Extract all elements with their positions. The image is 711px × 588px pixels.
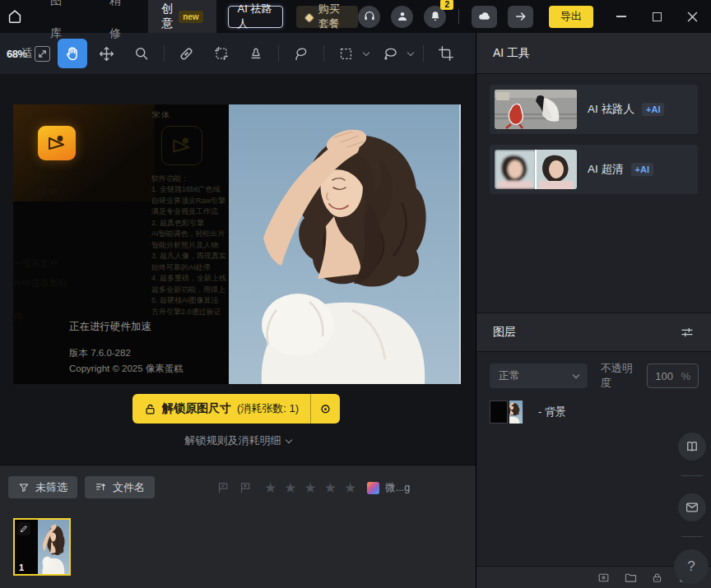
ghost-fragment: 50 px <box>38 187 58 196</box>
tab-gallery[interactable]: 图库 <box>30 0 89 49</box>
ai-badge: +AI <box>631 163 653 176</box>
thumbnail-index: 1 <box>19 563 24 572</box>
ai-upscale-card[interactable]: AI 超清 +AI <box>490 145 698 194</box>
layer-row-background[interactable]: - 背景 <box>490 400 566 424</box>
ai-remove-passersby-button[interactable]: AI 祛路人 <box>228 6 283 28</box>
bell-icon <box>429 10 442 23</box>
current-filename: 微...g <box>385 481 410 495</box>
heal-tool-button[interactable] <box>172 39 202 68</box>
toolbar-separator <box>164 45 165 62</box>
minimize-button[interactable] <box>609 0 634 33</box>
sliders-icon[interactable] <box>680 325 695 340</box>
bandaid-icon <box>178 45 195 63</box>
funnel-icon <box>18 482 30 493</box>
folder-icon[interactable] <box>624 571 638 585</box>
layer-thumb-black <box>490 400 508 424</box>
maximize-icon <box>653 12 662 21</box>
maximize-button[interactable] <box>644 0 669 33</box>
titlebar: 图库 精修 创意 new AI 祛路人 ◆ 购买套餐 2 导出 <box>0 0 711 33</box>
diamond-icon: ◆ <box>305 11 314 23</box>
minimize-icon <box>616 16 626 17</box>
unlock-settings-button[interactable] <box>310 394 340 424</box>
notifications-button[interactable]: 2 <box>424 6 446 28</box>
ghost-line: 5. 超硬核AI图像算法 <box>151 295 229 307</box>
ai-tools-title: AI 工具 <box>493 46 530 61</box>
flag-check-icon[interactable] <box>216 481 230 495</box>
clone-stamp-button[interactable] <box>241 39 271 68</box>
export-button[interactable]: 导出 <box>549 6 593 28</box>
layer-name: - 背景 <box>538 405 566 419</box>
canvas-splash-region: 宋体 软件功能： 1. 全链路16bit广色域 自研业界顶尖Raw引擎 满足专业… <box>13 104 229 384</box>
chevron-down-icon <box>285 437 291 443</box>
toolbar-separator <box>278 45 279 62</box>
filmstrip-thumbnail[interactable]: 1 <box>13 518 71 576</box>
quick-select-tool-button[interactable] <box>286 39 316 68</box>
buy-package-button[interactable]: ◆ 购买套餐 <box>296 6 358 28</box>
ghost-fragment: 果 调整 图 <box>15 159 56 171</box>
flag-x-icon[interactable] <box>239 481 253 495</box>
pencil-icon <box>20 525 28 533</box>
crop-tool-button[interactable] <box>431 39 461 68</box>
gear-icon <box>318 402 332 416</box>
feedback-button[interactable] <box>678 493 706 521</box>
manual-button[interactable] <box>678 433 706 461</box>
help-button[interactable]: ? <box>674 549 709 584</box>
photo-woman <box>229 104 461 384</box>
ghost-line: 智能分析照片及人物 <box>151 240 229 252</box>
canvas-area[interactable]: 宋体 软件功能： 1. 全链路16bit广色域 自研业界顶尖Raw引擎 满足专业… <box>0 74 476 465</box>
cloud-button[interactable] <box>472 6 497 28</box>
question-mark-icon: ? <box>687 558 695 575</box>
close-button[interactable] <box>680 0 704 33</box>
ai-tools-header: AI 工具 <box>476 33 711 74</box>
canvas-image[interactable]: 宋体 软件功能： 1. 全链路16bit广色域 自研业界顶尖Raw引擎 满足专业… <box>13 104 461 384</box>
marquee-icon <box>338 46 354 62</box>
star-icon[interactable]: ★ <box>304 479 317 497</box>
star-icon[interactable]: ★ <box>284 479 296 497</box>
chevron-down-icon <box>573 371 579 377</box>
blend-mode-value: 正常 <box>499 368 520 383</box>
blend-mode-select[interactable]: 正常 <box>490 363 588 388</box>
cloud-icon <box>477 9 492 24</box>
lasso-tool-button[interactable] <box>376 39 406 68</box>
account-button[interactable] <box>391 6 413 28</box>
opacity-label: 不透明度 <box>601 361 640 391</box>
tab-retouch[interactable]: 精修 <box>89 0 148 49</box>
canvas-expand-tool-button[interactable] <box>207 39 236 68</box>
open-in-button[interactable] <box>508 6 533 28</box>
blend-controls: 正常 不透明度 100 % <box>490 363 699 388</box>
star-icon[interactable]: ★ <box>324 479 337 497</box>
star-icon[interactable]: ★ <box>264 479 276 497</box>
ghost-line: 方舟引擎2.0通过验证 <box>151 307 229 318</box>
lasso-dropdown[interactable] <box>407 49 413 55</box>
sort-button[interactable]: 文件名 <box>85 476 155 498</box>
support-button[interactable] <box>358 6 380 28</box>
layer-thumb-photo <box>509 400 531 424</box>
titlebar-divider <box>458 9 459 24</box>
unlock-main[interactable]: 解锁原图尺寸 (消耗张数: 1) <box>132 394 310 424</box>
home-icon <box>6 7 24 25</box>
color-label-icon[interactable] <box>367 482 379 494</box>
right-panel: AI 工具 AI 祛路人 +AI AI 超清 +AI 图层 正常 不透明度 10… <box>476 33 711 588</box>
star-icon[interactable]: ★ <box>344 479 356 497</box>
tab-creative[interactable]: 创意 new <box>148 0 216 33</box>
filter-button[interactable]: 未筛选 <box>8 476 77 498</box>
ai-remove-passersby-card[interactable]: AI 祛路人 +AI <box>490 85 698 134</box>
splash-feature-text: 宋体 软件功能： 1. 全链路16bit广色域 自研业界顶尖Raw引擎 满足专业… <box>151 109 229 317</box>
unlock-rules-link[interactable]: 解锁规则及消耗明细 <box>0 433 476 448</box>
rect-select-dropdown[interactable] <box>362 49 369 55</box>
float-divider <box>681 475 703 476</box>
lock-small-icon[interactable] <box>651 572 663 584</box>
splash-status-block: 正在进行硬件加速 版本 7.6.0-282 Copyright © 2025 像… <box>69 320 184 375</box>
home-button[interactable] <box>0 0 30 33</box>
rect-select-tool-button[interactable] <box>332 39 361 68</box>
opacity-input[interactable]: 100 % <box>647 363 699 388</box>
book-icon <box>685 439 699 454</box>
canvas-photo-region <box>229 104 461 384</box>
ghost-line: 始终可靠的AI处理 <box>151 262 229 274</box>
unlock-original-size-button[interactable]: 解锁原图尺寸 (消耗张数: 1) <box>132 394 340 424</box>
ghost-line: 3. 超凡人像，再现真实 <box>151 251 229 262</box>
ghost-line: 1. 全链路16bit广色域 <box>151 184 229 196</box>
float-divider <box>681 536 703 537</box>
fill-layer-icon[interactable] <box>597 571 611 585</box>
edited-mark <box>17 522 30 535</box>
